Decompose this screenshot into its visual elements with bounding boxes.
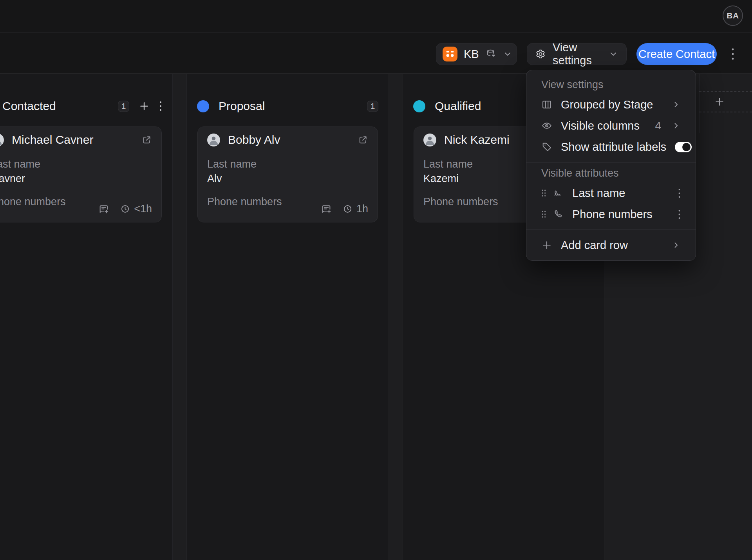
toolbar-kebab-menu[interactable] <box>727 44 739 64</box>
attribute-label: Phone numbers <box>572 208 669 221</box>
contact-card[interactable]: Michael Cavner Last name Cavner Phone nu… <box>0 126 162 222</box>
expand-record-icon[interactable] <box>141 135 152 145</box>
menu-title: View settings <box>541 79 681 91</box>
contact-name: Michael Cavner <box>12 133 134 146</box>
attributes-section-label: Visible attributes <box>541 167 681 179</box>
view-settings-menu: View settings Grouped by Stage Visible c… <box>526 70 696 261</box>
menu-item-label: Visible columns <box>561 119 646 132</box>
phone-icon <box>553 209 564 220</box>
contact-avatar <box>0 134 4 146</box>
contact-name: Bobby Alv <box>228 133 350 146</box>
view-name-label: KB <box>464 48 479 61</box>
column-kebab-menu[interactable] <box>159 100 162 112</box>
column-header: Contacted 1 <box>0 98 162 114</box>
add-stage-button[interactable] <box>699 91 752 112</box>
attribute-kebab-menu[interactable] <box>678 209 681 220</box>
contact-avatar <box>207 134 220 146</box>
menu-item-visible-columns[interactable]: Visible columns 4 <box>531 115 691 136</box>
stage-column-contacted: Contacted 1 <box>0 74 173 560</box>
drag-handle-icon[interactable] <box>541 210 546 219</box>
show-attribute-labels-toggle[interactable] <box>675 142 692 152</box>
field-value: Cavner <box>0 173 152 185</box>
column-title: Proposal <box>219 99 265 113</box>
menu-item-label: Grouped by Stage <box>561 98 663 111</box>
plus-icon <box>541 240 552 251</box>
visible-columns-count: 4 <box>655 119 661 132</box>
column-count-badge: 1 <box>367 101 378 112</box>
gear-icon <box>535 49 546 60</box>
attribute-kebab-menu[interactable] <box>678 188 681 199</box>
contact-avatar <box>423 134 436 146</box>
columns-icon <box>541 99 552 110</box>
chevron-down-icon <box>503 49 513 59</box>
stage-dot <box>413 100 425 112</box>
column-count-badge: 1 <box>118 101 129 112</box>
column-title: Contacted <box>2 99 56 113</box>
menu-item-label: Add card row <box>561 239 663 252</box>
add-comment-icon[interactable] <box>98 203 110 215</box>
eye-icon <box>541 120 552 131</box>
add-comment-icon[interactable] <box>320 203 332 215</box>
create-contact-button[interactable]: Create Contact <box>636 43 717 65</box>
column-header: Proposal 1 <box>197 98 378 114</box>
attribute-label: Last name <box>572 187 669 200</box>
drag-handle-icon[interactable] <box>541 189 546 197</box>
column-title: Qualified <box>435 99 481 113</box>
last-activity: 1h <box>342 203 368 215</box>
chevron-right-icon <box>671 240 681 250</box>
clock-icon <box>342 204 353 214</box>
attribute-row-last-name[interactable]: Last name <box>531 182 691 204</box>
plus-icon <box>714 96 725 107</box>
signature-icon <box>553 188 564 199</box>
add-card-button[interactable] <box>139 101 150 112</box>
database-heart-icon <box>485 49 496 60</box>
view-settings-button[interactable]: View settings <box>527 43 627 65</box>
view-settings-label: View settings <box>553 41 602 67</box>
view-switcher-button[interactable]: KB <box>436 43 517 65</box>
tag-icon <box>541 141 552 152</box>
menu-item-add-card-row[interactable]: Add card row <box>531 235 691 256</box>
chevron-right-icon <box>671 100 681 109</box>
attribute-row-phone-numbers[interactable]: Phone numbers <box>531 204 691 225</box>
last-activity: <1h <box>120 203 152 215</box>
user-avatar[interactable]: BA <box>723 5 743 26</box>
chevron-right-icon <box>671 121 681 130</box>
field-label: Last name <box>0 158 152 170</box>
stage-dot <box>197 100 209 112</box>
menu-item-grouped-by[interactable]: Grouped by Stage <box>531 94 691 115</box>
stage-column-proposal: Proposal 1 Bobby Alv <box>186 74 389 560</box>
menu-divider <box>526 162 696 163</box>
clock-icon <box>120 204 130 214</box>
top-bar: BA <box>0 0 752 33</box>
create-contact-label: Create Contact <box>638 48 715 61</box>
menu-divider <box>526 229 696 230</box>
expand-record-icon[interactable] <box>358 135 368 145</box>
field-label: Last name <box>207 158 368 170</box>
chevron-down-icon <box>608 49 618 59</box>
field-value: Alv <box>207 173 368 185</box>
contact-card[interactable]: Bobby Alv Last name Alv Phone numbers <box>197 126 378 222</box>
menu-item-show-attribute-labels[interactable]: Show attribute labels <box>531 136 691 157</box>
toolbar: KB View settings <box>0 33 752 74</box>
kanban-view-icon <box>443 47 457 61</box>
menu-item-label: Show attribute labels <box>561 141 666 154</box>
